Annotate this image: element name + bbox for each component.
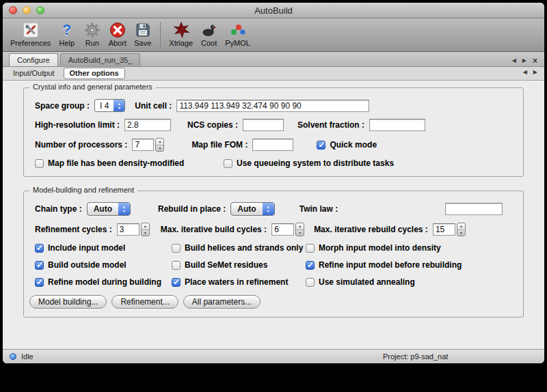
pymol-button[interactable]: PyMOL: [222, 20, 254, 48]
tab-scroll-left-icon[interactable]: ◀: [512, 57, 516, 64]
tab-other-options[interactable]: Other options: [64, 68, 125, 79]
tab-configure[interactable]: Configure: [9, 53, 58, 66]
form-row: Chain type : Auto ▲▼ Rebuild in place : …: [35, 202, 512, 216]
all-parameters-button[interactable]: All parameters...: [183, 295, 261, 309]
tab-configure-label: Configure: [17, 56, 50, 64]
map-fom-label: Map file FOM :: [191, 140, 248, 150]
refine-during-building-label: Refine model during building: [48, 277, 161, 287]
model-building-button[interactable]: Model building...: [29, 295, 107, 309]
checkbox-quick-mode[interactable]: Quick mode: [317, 140, 377, 150]
ncs-copies-label: NCS copies :: [187, 120, 238, 130]
rebuild-in-place-popup[interactable]: Auto ▲▼: [230, 202, 274, 216]
include-input-model-label: Include input model: [48, 243, 125, 253]
preferences-label: Preferences: [10, 39, 51, 47]
tab-scroll-right-icon[interactable]: ▶: [522, 57, 526, 64]
processors-input[interactable]: [132, 139, 154, 151]
max-build-cycles-stepper[interactable]: ▲▼: [295, 223, 304, 236]
help-button[interactable]: ? Help: [54, 20, 79, 48]
refinement-button[interactable]: Refinement...: [111, 295, 178, 309]
close-window-button[interactable]: [9, 6, 17, 14]
checkbox-refine-during-building[interactable]: Refine model during building: [35, 277, 172, 287]
chain-type-label: Chain type :: [35, 204, 82, 214]
pymol-label: PyMOL: [225, 39, 250, 47]
window-controls: [9, 6, 44, 14]
checkbox-build-outside-model[interactable]: Build outside model: [35, 260, 172, 270]
run-button[interactable]: Run: [79, 20, 105, 48]
pymol-molecule-icon: [228, 20, 247, 39]
page-scroll-right-icon[interactable]: ▶: [533, 69, 537, 75]
model-building-title: Model-building and refinement: [29, 186, 137, 194]
rebuild-in-place-value: Auto: [231, 203, 262, 215]
morph-input-model-label: Morph input model into density: [319, 243, 441, 253]
checkbox-queueing-system[interactable]: Use queueing system to distribute tasks: [224, 158, 394, 168]
solvent-fraction-input[interactable]: [369, 119, 425, 131]
simulated-annealing-label: Use simulated annealing: [319, 277, 415, 287]
high-res-label: High-resolution limit :: [35, 120, 120, 130]
popup-arrows-icon: ▲▼: [118, 203, 130, 215]
document-tab-bar: Configure AutoBuild_run_35_ ◀ ▶ ×: [3, 52, 544, 67]
checkbox-simulated-annealing[interactable]: Use simulated annealing: [306, 277, 512, 287]
options-panel: Crystal info and general parameters Spac…: [3, 87, 544, 356]
include-input-model-box: [35, 244, 44, 253]
model-building-groupbox: Model-building and refinement Chain type…: [23, 191, 524, 318]
max-build-cycles-input[interactable]: [271, 223, 294, 236]
checkbox-include-input-model[interactable]: Include input model: [35, 243, 172, 253]
window-titlebar: AutoBuild: [3, 3, 544, 18]
checkbox-place-waters[interactable]: Place waters in refinement: [172, 277, 306, 287]
status-text: Idle: [21, 352, 34, 361]
map-fom-input[interactable]: [252, 139, 293, 151]
page-tab-nav: ◀ ▶: [523, 69, 544, 78]
rebuild-in-place-label: Rebuild in place :: [158, 204, 226, 214]
autobuild-window: AutoBuild Preferences ? Help Run Abort: [3, 3, 544, 363]
max-rebuild-cycles-label: Max. iterative rebuild cycles :: [314, 225, 428, 234]
processors-stepper[interactable]: ▲▼: [155, 138, 164, 152]
document-tab-nav: ◀ ▶ ×: [512, 57, 544, 66]
unit-cell-input[interactable]: [176, 100, 369, 112]
refinement-cycles-input[interactable]: [117, 223, 139, 236]
toolbar-separator: [160, 22, 161, 48]
abort-icon: [108, 20, 126, 39]
save-button[interactable]: Save: [130, 20, 155, 48]
save-label: Save: [134, 39, 151, 47]
checkbox-density-modified[interactable]: Map file has been density-modified: [35, 158, 184, 168]
project-label: Project: p9-sad_nat: [383, 352, 448, 361]
tab-autobuild-run-35-label: AutoBuild_run_35_: [68, 56, 133, 64]
unit-cell-label: Unit cell :: [135, 101, 172, 111]
minimize-window-button[interactable]: [23, 6, 31, 14]
coot-label: Coot: [201, 39, 217, 47]
xtriage-button[interactable]: Xtriage: [165, 20, 196, 48]
preferences-button[interactable]: Preferences: [7, 20, 54, 48]
zoom-window-button[interactable]: [36, 6, 44, 14]
build-helices-strands-box: [172, 244, 181, 253]
queueing-label: Use queueing system to distribute tasks: [237, 158, 394, 168]
checkbox-refine-input-model[interactable]: Refine input model before rebuilding: [306, 260, 512, 270]
build-semet-label: Build SeMet residues: [185, 260, 267, 270]
tab-autobuild-run-35[interactable]: AutoBuild_run_35_: [60, 53, 141, 66]
checkbox-morph-input-model[interactable]: Morph input model into density: [306, 243, 512, 253]
build-helices-strands-label: Build helices and strands only: [185, 243, 303, 253]
toolbar: Preferences ? Help Run Abort Save: [3, 18, 544, 52]
abort-button[interactable]: Abort: [105, 20, 130, 48]
chain-type-value: Auto: [88, 203, 118, 215]
checkbox-build-helices-strands[interactable]: Build helices and strands only: [172, 243, 306, 253]
form-row: Refinement cycles : ▲▼ Max. iterative bu…: [35, 223, 512, 236]
ncs-copies-input[interactable]: [243, 119, 284, 131]
page-scroll-left-icon[interactable]: ◀: [523, 69, 527, 75]
status-idle-icon: [10, 353, 16, 360]
popup-arrows-icon: ▲▼: [263, 203, 274, 215]
checkbox-build-semet[interactable]: Build SeMet residues: [172, 260, 306, 270]
refinement-cycles-label: Refinement cycles :: [35, 225, 112, 234]
simulated-annealing-box: [306, 278, 315, 287]
abort-label: Abort: [109, 39, 126, 47]
refinement-cycles-stepper[interactable]: ▲▼: [141, 223, 150, 236]
max-rebuild-cycles-stepper[interactable]: ▲▼: [457, 223, 466, 236]
tab-input-output[interactable]: Input/Output: [8, 68, 60, 79]
high-res-input[interactable]: [124, 119, 171, 131]
chain-type-popup[interactable]: Auto ▲▼: [87, 202, 131, 216]
refine-input-model-label: Refine input model before rebuilding: [319, 260, 462, 270]
space-group-combo[interactable]: I 4 ▲▼: [94, 99, 125, 112]
twin-law-input[interactable]: [445, 203, 503, 215]
max-rebuild-cycles-input[interactable]: [433, 223, 455, 236]
coot-button[interactable]: Coot: [196, 20, 222, 48]
tab-close-icon[interactable]: ×: [533, 58, 537, 64]
